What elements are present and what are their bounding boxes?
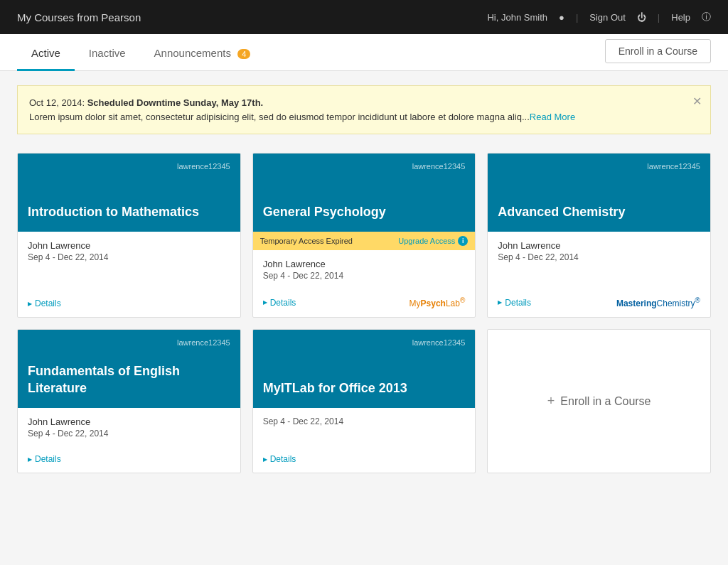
temp-access-banner: Temporary Access Expired Upgrade Access … [253,232,476,250]
user-greeting: Hi, John Smith [487,12,547,23]
close-icon[interactable]: ✕ [692,93,702,110]
announcement-title: Scheduled Downtime Sunday, May 17th. [87,97,264,108]
details-link[interactable]: Details [263,454,296,464]
enroll-button[interactable]: Enroll in a Course [605,39,711,63]
card-header: lawrence12345 Advanced Chemistry [488,154,710,232]
course-card-psychology: lawrence12345 General Psychology Tempora… [252,153,476,318]
card-instructor: John Lawrence [28,416,230,427]
card-title: Advanced Chemistry [498,204,700,220]
card-body: John Lawrence Sep 4 - Dec 22, 2014 [253,250,476,296]
enroll-course-card[interactable]: + Enroll in a Course [487,329,711,473]
card-header: lawrence12345 Introduction to Mathematic… [18,154,240,232]
card-instructor: John Lawrence [498,240,700,251]
card-title: General Psychology [263,204,466,220]
tabs-bar: Active Inactive Announcements 4 Enroll i… [0,34,728,71]
card-footer: Details [18,298,240,317]
card-header: lawrence12345 Fundamentals of English Li… [18,330,240,408]
card-instructor: John Lawrence [263,259,466,269]
course-card-myitlab: lawrence12345 MyITLab for Office 2013 Se… [252,329,476,473]
card-footer: Details MasteringChemistry® [488,296,710,317]
announcement-body: Lorem ipsum dolor sit amet, consectetur … [29,112,530,122]
card-body: John Lawrence Sep 4 - Dec 22, 2014 [18,232,240,298]
card-body: John Lawrence Sep 4 - Dec 22, 2014 [488,232,710,296]
card-dates: Sep 4 - Dec 22, 2014 [498,252,700,262]
user-icon: ● [559,12,564,23]
card-footer: Details [18,454,240,473]
tabs-left: Active Inactive Announcements 4 [17,34,264,70]
sign-out-link[interactable]: Sign Out [589,12,626,23]
card-username: lawrence12345 [263,162,466,171]
card-dates: Sep 4 - Dec 22, 2014 [263,416,466,426]
upgrade-access-link[interactable]: Upgrade Access i [398,236,468,246]
card-body: Sep 4 - Dec 22, 2014 [253,408,476,454]
mypsychlab-brand: MyPsychLab® [410,296,466,308]
card-dates: Sep 4 - Dec 22, 2014 [28,429,230,438]
header: My Courses from Pearson Hi, John Smith ●… [0,0,728,34]
course-card-intro-math: lawrence12345 Introduction to Mathematic… [17,153,241,318]
announcement-banner: Oct 12, 2014: Scheduled Downtime Sunday,… [17,85,711,134]
details-link[interactable]: Details [28,298,61,308]
card-username: lawrence12345 [263,338,466,347]
card-username: lawrence12345 [28,338,230,347]
card-title: Fundamentals of English Literature [28,363,230,397]
card-header: lawrence12345 General Psychology [253,154,476,232]
card-username: lawrence12345 [28,162,230,171]
sign-out-icon: ⏻ [637,12,646,23]
details-link[interactable]: Details [263,298,296,308]
site-title: My Courses from Pearson [17,11,141,23]
card-dates: Sep 4 - Dec 22, 2014 [263,271,466,281]
card-footer: Details MyPsychLab® [253,296,476,317]
card-body: John Lawrence Sep 4 - Dec 22, 2014 [18,408,240,454]
info-icon: i [458,236,468,246]
announcement-date: Oct 12, 2014: [29,97,87,108]
help-icon: ⓘ [702,11,711,23]
card-username: lawrence12345 [498,162,700,171]
plus-icon: + [547,394,555,409]
tab-announcements[interactable]: Announcements 4 [140,34,265,71]
card-title: MyITLab for Office 2013 [263,380,466,397]
card-instructor: John Lawrence [28,240,230,251]
details-link[interactable]: Details [498,298,531,308]
course-grid: lawrence12345 Introduction to Mathematic… [0,141,728,490]
details-link[interactable]: Details [28,454,61,464]
card-footer: Details [253,454,476,473]
card-title: Introduction to Mathematics [28,204,230,220]
card-dates: Sep 4 - Dec 22, 2014 [28,252,230,262]
course-card-chemistry: lawrence12345 Advanced Chemistry John La… [487,153,711,318]
tab-active[interactable]: Active [17,34,75,71]
mastering-chemistry-brand: MasteringChemistry® [616,296,700,308]
course-card-english: lawrence12345 Fundamentals of English Li… [17,329,241,473]
help-link[interactable]: Help [671,12,690,23]
enroll-card-label: Enroll in a Course [560,395,651,408]
card-header: lawrence12345 MyITLab for Office 2013 [253,330,476,408]
temp-access-label: Temporary Access Expired [260,237,353,245]
announcements-badge: 4 [237,49,250,59]
tab-inactive[interactable]: Inactive [75,34,140,71]
read-more-link[interactable]: Read More [530,112,575,122]
header-right: Hi, John Smith ● | Sign Out ⏻ | Help ⓘ [487,11,711,23]
